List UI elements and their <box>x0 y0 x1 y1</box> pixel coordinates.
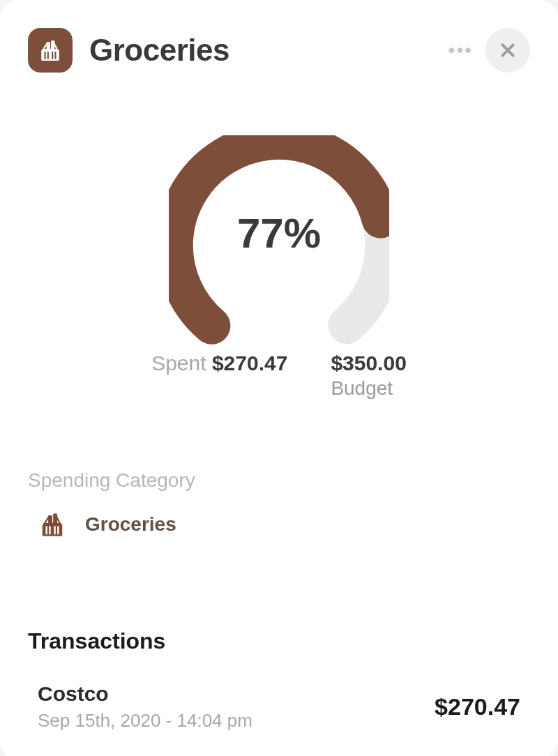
budget-stats: Spent $270.47 $350.00 Budget <box>151 351 407 400</box>
svg-rect-4 <box>52 52 53 59</box>
svg-rect-9 <box>43 522 61 525</box>
budget-category-card: Groceries ••• 77% <box>0 0 558 756</box>
groceries-basket-icon <box>38 38 62 62</box>
svg-rect-2 <box>45 52 46 59</box>
transaction-amount: $270.47 <box>435 693 520 720</box>
spending-category-name: Groceries <box>85 513 176 536</box>
transaction-row[interactable]: Costco Sep 15th, 2020 - 14:04 pm $270.47 <box>28 682 530 732</box>
close-button[interactable] <box>485 28 530 73</box>
close-icon <box>499 41 517 59</box>
budget-gauge-section: 77% Spent $270.47 $350.00 Budget <box>28 135 530 400</box>
transactions-heading: Transactions <box>28 628 530 654</box>
more-options-button[interactable]: ••• <box>448 39 473 61</box>
spending-category-row[interactable]: Groceries <box>28 511 530 538</box>
transaction-date: Sep 15th, 2020 - 14:04 pm <box>38 710 252 732</box>
spent-stat: Spent $270.47 <box>151 351 287 400</box>
groceries-basket-icon <box>39 511 66 538</box>
header: Groceries ••• <box>28 28 530 73</box>
svg-rect-3 <box>47 52 49 59</box>
transaction-info: Costco Sep 15th, 2020 - 14:04 pm <box>38 682 252 732</box>
header-right: ••• <box>448 28 530 73</box>
budget-gauge: 77% <box>169 135 389 338</box>
transaction-name: Costco <box>38 682 252 706</box>
spending-category-heading: Spending Category <box>28 469 530 492</box>
svg-rect-0 <box>41 50 59 61</box>
svg-rect-13 <box>57 526 59 534</box>
budget-label: Budget <box>331 377 406 400</box>
header-left: Groceries <box>28 28 229 73</box>
svg-rect-10 <box>46 526 47 534</box>
page-title: Groceries <box>89 33 229 68</box>
category-icon-tile <box>28 28 73 73</box>
svg-rect-8 <box>43 524 63 536</box>
svg-rect-1 <box>42 49 58 51</box>
svg-rect-12 <box>54 526 55 534</box>
svg-rect-11 <box>49 526 50 534</box>
budget-stat: $350.00 Budget <box>331 351 406 400</box>
gauge-percent-label: 77% <box>169 135 389 338</box>
svg-rect-5 <box>54 52 56 59</box>
